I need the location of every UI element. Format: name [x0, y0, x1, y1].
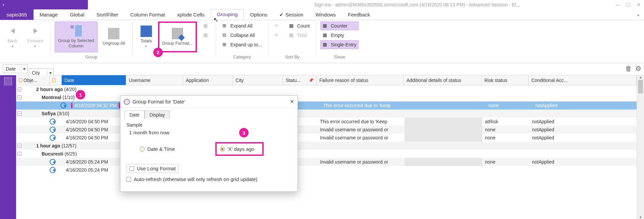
tab-column-format[interactable]: Column Format — [124, 9, 171, 20]
dialog-title: Group Format for 'Date' — [132, 99, 185, 104]
collapse-icon[interactable]: − — [17, 95, 21, 99]
table-row[interactable]: 4/16/2020 05:24 PM Invalid username or p… — [16, 158, 637, 166]
col-username[interactable]: Username — [126, 75, 183, 85]
sortby-small-a[interactable]: ≡ — [273, 21, 283, 30]
pin-icon: 📌 — [309, 78, 314, 83]
ribbon-collapse-icon[interactable]: ▴ — [633, 9, 644, 20]
single-entry-button[interactable]: ▦Single-Entry — [320, 40, 359, 49]
scroll-up-icon[interactable]: ▴ — [637, 75, 644, 79]
group-row[interactable]: − Bucuresti (6/25) — [16, 150, 637, 158]
collapse-icon[interactable]: − — [17, 112, 21, 116]
close-button[interactable]: ✕ — [637, 2, 641, 7]
tab-sortfilter[interactable]: Sort/Filter — [91, 9, 124, 20]
forward-button[interactable]: Forward ▾ — [24, 21, 46, 52]
scroll-thumb[interactable] — [638, 80, 643, 93]
col-risk[interactable]: Risk status — [482, 75, 529, 85]
dialog-close-button[interactable]: ✕ — [290, 98, 294, 105]
lock-icon — [19, 78, 22, 82]
sortby-small-b[interactable]: ≡ — [273, 31, 283, 40]
col-city[interactable]: City — [233, 75, 283, 85]
scroll-down-icon[interactable]: ▾ — [637, 215, 644, 219]
trash-icon[interactable]: 🗑 — [625, 65, 632, 73]
group-by-column-button[interactable]: Group by Selected Column — [55, 21, 98, 52]
table-row[interactable]: 4/16/2020 05:24 PM — [16, 166, 637, 174]
group-row[interactable]: − Montreal (1/10) 1 — [16, 93, 637, 101]
groupby-date-combo[interactable]: Date ▾ — [3, 64, 28, 73]
collapse-icon[interactable]: − — [17, 152, 21, 156]
table-row[interactable]: 4/16/2020 04:50 PM Invalid username or p… — [16, 126, 637, 134]
group-format-button[interactable]: Group Format... 2 — [158, 21, 197, 52]
back-button[interactable]: Back ▾ — [3, 21, 22, 52]
maximize-button[interactable]: ☐ — [626, 2, 631, 7]
col-additional[interactable]: Additional details of status — [404, 75, 482, 85]
col-lock2[interactable] — [50, 75, 62, 85]
totals-button[interactable]: Totals ▾ — [137, 21, 156, 52]
group-row[interactable]: − Sofiya (3/10) — [16, 110, 637, 118]
sortby-label: Sort By — [285, 54, 300, 60]
tab-grouping[interactable]: Grouping — [211, 9, 244, 19]
sort-icon: ≡ — [275, 23, 281, 29]
gear-icon[interactable]: ⚙ — [635, 64, 641, 73]
refresh-icon — [50, 167, 56, 173]
col-object[interactable]: Obje... — [16, 75, 50, 85]
tab-windows[interactable]: Windows — [309, 9, 342, 20]
dialog-tab-display[interactable]: Display — [145, 111, 170, 119]
checkbox-auto-refresh[interactable]: Auto-refresh (otherwise will only refres… — [126, 176, 291, 182]
collapse-icon[interactable]: − — [17, 87, 21, 91]
groupby-date-text: Date — [3, 66, 21, 72]
col-application[interactable]: Application — [183, 75, 233, 85]
tab-manage[interactable]: Manage — [34, 9, 64, 20]
counter-icon: ▦ — [323, 23, 329, 29]
annotation-marker-2: 2 — [153, 48, 163, 57]
table-row[interactable]: 4/16/2020 04:50 PM This error occurred d… — [16, 118, 637, 126]
small-btn-a[interactable]: ▦ — [201, 21, 212, 30]
window-controls: — ☐ ✕ — [612, 2, 644, 7]
tab-explode-cells[interactable]: xplode Cells — [171, 9, 211, 20]
counter-button[interactable]: ▦Counter — [320, 21, 359, 30]
empty-label: Empty — [331, 33, 344, 38]
groupby-field-strip: Date ▾ City ▾ 🗑 ⚙ — [0, 63, 644, 75]
collapse-icon[interactable]: − — [17, 144, 21, 148]
col-date[interactable]: Date — [62, 75, 126, 85]
quick-access-area: ▾ — [0, 0, 88, 9]
group-format-dialog: Group Format for 'Date' ✕ Date Display S… — [120, 95, 298, 192]
checkbox-long-format[interactable]: Use Long Format — [126, 164, 179, 173]
ribbon-group-group: Group by Selected Column Ungroup All Gro… — [55, 21, 128, 63]
group-row[interactable]: − 2 hours ago (4/20) — [16, 85, 637, 93]
col-conditional[interactable]: Conditional Acc... — [529, 75, 637, 85]
col-failure[interactable]: Failure reason of status — [317, 75, 404, 85]
collapse-all-button[interactable]: ⊟Collapse All — [220, 31, 264, 40]
check-icon: ✔ — [279, 12, 283, 17]
count-button[interactable]: ▦Count — [287, 21, 312, 30]
col-status[interactable]: Statu...📌 — [283, 75, 317, 85]
empty-icon: ▦ — [323, 32, 329, 38]
qat-dropdown-icon[interactable]: ▾ — [3, 3, 4, 7]
table-row[interactable]: 4/16/2020 04:50 PM Invalid username or p… — [16, 134, 637, 142]
minimize-button[interactable]: — — [615, 2, 620, 7]
total-icon: ▦ — [289, 32, 295, 38]
vertical-scrollbar[interactable]: ▴ ▾ — [637, 75, 644, 219]
ungroup-all-button[interactable]: Ungroup All — [100, 21, 128, 52]
count-label: Count — [297, 23, 310, 29]
expand-up-to-button[interactable]: ⊞Expand up to... — [220, 40, 264, 49]
total-button[interactable]: ▦Total — [287, 31, 312, 40]
small-btn-b[interactable]: ▦ — [201, 31, 212, 40]
empty-button[interactable]: ▦Empty — [320, 31, 359, 40]
clipboard-icon[interactable] — [4, 77, 12, 85]
chevron-down-icon: ▾ — [145, 44, 147, 49]
tab-global[interactable]: Global — [64, 9, 90, 20]
refresh-icon — [50, 159, 56, 165]
app-button[interactable]: sapio365 — [0, 9, 34, 20]
tab-session[interactable]: ✔Session — [273, 9, 309, 20]
table-row[interactable]: 4/16/2020 04:37 PM This error occurred d… — [16, 101, 637, 110]
tab-options[interactable]: Options — [244, 9, 273, 20]
radio-x-days-ago[interactable]: 'X' days ago — [215, 142, 264, 156]
expand-icon: ⊞ — [222, 23, 228, 29]
dialog-tab-date[interactable]: Date — [124, 111, 145, 119]
radio-date-time[interactable]: Date & Time — [140, 146, 175, 152]
tab-feedback[interactable]: Feedback — [342, 9, 376, 20]
data-grid: Obje... Date Username Application City S… — [0, 75, 644, 219]
annotation-marker-3: 3 — [239, 128, 249, 137]
group-row[interactable]: − 1 hour ago (12/57) — [16, 142, 637, 150]
expand-all-button[interactable]: ⊞Expand All — [220, 21, 264, 30]
